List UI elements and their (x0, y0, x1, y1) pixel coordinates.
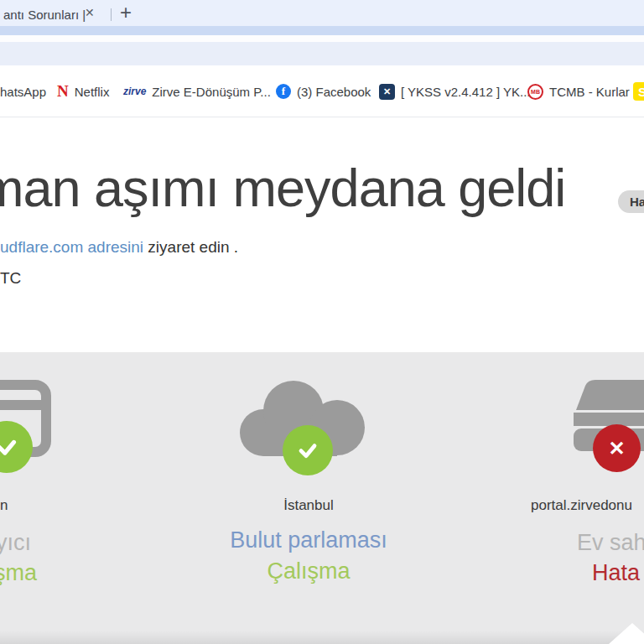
new-tab-button[interactable]: + (120, 1, 132, 24)
error-description: udflare.com adresini ziyaret edin . (0, 238, 238, 257)
browser-window: antı Sorunları | ✕ + hatsApp N Netflix z… (0, 0, 644, 644)
timestamp-fragment: TC (0, 269, 21, 288)
cloud-role-link[interactable]: Bulut parlaması (210, 527, 408, 553)
host-name-label: portal.zirvedonu (531, 497, 632, 514)
error-description-suffix: ziyaret edin . (143, 238, 238, 256)
section-bottom-shadow (0, 631, 644, 644)
sahibinden-icon: S (633, 82, 644, 101)
tabstrip-edge (0, 26, 644, 35)
cloudflare-link[interactable]: udflare.com adresini (0, 238, 143, 256)
bookmark-sahibinden[interactable]: S (633, 65, 644, 117)
host-role-label: Ev sahi (577, 530, 644, 556)
status-badge: Hata (618, 190, 644, 213)
address-bar-sliver (0, 42, 644, 65)
bookmark-label: [ YKSS v2.4.412 ] YK... (401, 85, 531, 99)
status-diagram: n yıcı şma İstanbul Bulut parlaması Çalı… (0, 352, 644, 644)
pointer-triangle (609, 623, 644, 644)
zirve-icon: zirve (123, 86, 146, 97)
tab-close-icon[interactable]: ✕ (85, 6, 95, 19)
bookmark-netflix[interactable]: N Netflix (57, 65, 109, 117)
ykss-icon: ✕ (379, 84, 395, 100)
cloud-status-label: Çalışma (210, 558, 408, 584)
tab-separator (111, 8, 112, 21)
bookmark-label: hatsApp (0, 85, 46, 99)
bookmarks-bar: hatsApp N Netflix zirve Zirve E-Dönüşüm … (0, 65, 644, 117)
bookmark-zirve[interactable]: zirve Zirve E-Dönüşüm P... (123, 65, 271, 117)
error-page-content: man aşımı meydana geldi Hata udflare.com… (0, 118, 644, 352)
host-status-label: Hata (592, 560, 640, 586)
bookmark-facebook[interactable]: f (3) Facebook (276, 65, 371, 117)
cloud-location-label: İstanbul (210, 497, 408, 514)
bookmark-label: Netflix (75, 85, 110, 99)
bookmark-label: (3) Facebook (297, 85, 371, 99)
facebook-icon: f (276, 84, 291, 99)
tcmb-icon: MB (527, 84, 543, 100)
toolbar-edge (0, 35, 644, 42)
cloud-ok-check-icon (283, 425, 333, 475)
bookmark-label: TCMB - Kurlar (549, 85, 630, 99)
bookmark-ykss[interactable]: ✕ [ YKSS v2.4.412 ] YK... (379, 65, 531, 117)
bookmark-tcmb[interactable]: MB TCMB - Kurlar (527, 65, 630, 117)
bookmark-whatsapp[interactable]: hatsApp (0, 65, 46, 117)
bookmark-label: Zirve E-Dönüşüm P... (152, 85, 270, 99)
tab-bar: antı Sorunları | ✕ + (0, 0, 644, 26)
tab-title[interactable]: antı Sorunları | (3, 8, 86, 22)
browser-status-label: şma (0, 560, 37, 586)
browser-role-label: yıcı (0, 530, 31, 556)
browser-name-label: n (0, 497, 8, 514)
netflix-icon: N (57, 82, 69, 101)
host-error-x-icon: ✕ (593, 424, 641, 472)
page-title: man aşımı meydana geldi (0, 158, 565, 218)
